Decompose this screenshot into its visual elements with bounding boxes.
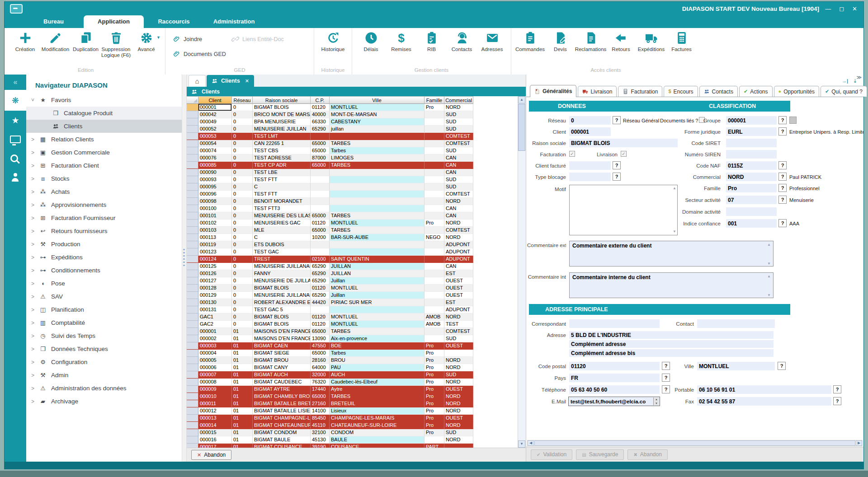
- cell-commercial[interactable]: OUEST: [444, 285, 473, 292]
- validation-button[interactable]: ✔ Validation: [531, 449, 572, 460]
- sidebar-item-catalogue-produit[interactable]: ❒Catalogue Produit: [26, 107, 182, 120]
- cell-client[interactable]: 000123: [198, 248, 232, 256]
- sidebar-item-approvisionnements[interactable]: ˃⁂Approvisionnements: [26, 198, 182, 211]
- cell-cp[interactable]: 01120: [311, 220, 330, 227]
- cell-famille[interactable]: [425, 133, 444, 140]
- cell-reseau[interactable]: 0: [232, 183, 253, 191]
- cell-famille[interactable]: [425, 212, 444, 220]
- cell-ville[interactable]: Lisieux: [330, 407, 425, 415]
- cell-commercial[interactable]: COMTEST: [444, 328, 473, 335]
- cell-client[interactable]: 000004: [198, 350, 232, 357]
- cell-cp[interactable]: [311, 133, 330, 140]
- cell-client[interactable]: 000005: [198, 357, 232, 364]
- cell-commercial[interactable]: CAN: [444, 169, 473, 176]
- chevron-right-icon[interactable]: ˃: [31, 372, 38, 379]
- cell-reseau[interactable]: 01: [232, 436, 253, 444]
- row-selector[interactable]: [187, 220, 198, 227]
- cell-ville[interactable]: [330, 133, 425, 140]
- cell-client[interactable]: 000095: [198, 183, 232, 191]
- collapse-down-icon[interactable]: ⇣: [853, 78, 857, 84]
- cell-client[interactable]: 000093: [198, 176, 232, 183]
- cell-raison-sociale[interactable]: ETS DUBOIS: [253, 241, 311, 248]
- cell-reseau[interactable]: 0: [232, 220, 253, 227]
- cell-cp[interactable]: [311, 241, 330, 248]
- client-field[interactable]: 000001: [569, 127, 611, 136]
- scroll-up-icon[interactable]: ▲: [518, 96, 525, 103]
- cell-reseau[interactable]: 0: [232, 140, 253, 147]
- cell-commercial[interactable]: [444, 350, 473, 357]
- cell-client[interactable]: GAC1: [198, 313, 232, 321]
- forme-juridique-field[interactable]: EURL: [726, 127, 777, 136]
- cell-raison-sociale[interactable]: BIGMAT CAUDEBEC: [253, 379, 311, 386]
- cell-reseau[interactable]: 01: [232, 335, 253, 342]
- ribbon-button-devis[interactable]: Devis: [545, 28, 576, 52]
- scroll-down-icon[interactable]: ▼: [518, 440, 525, 448]
- table-row[interactable]: 0000850TEST CP ADR65000TARBESCAN: [187, 162, 473, 169]
- row-selector[interactable]: [187, 444, 198, 448]
- cell-famille[interactable]: [425, 306, 444, 313]
- cell-cp[interactable]: 65000: [311, 350, 330, 357]
- fax-field[interactable]: 02 54 42 55 87: [697, 397, 831, 406]
- cell-ville[interactable]: BAR-SUR-AUBE: [330, 234, 425, 241]
- email-field[interactable]: test@test.fr,fhoubert@elcia.co ▲▼: [568, 397, 660, 406]
- cell-famille[interactable]: [425, 162, 444, 169]
- sidebar-item-conditionnements[interactable]: ˃⊶Conditionnements: [26, 264, 182, 277]
- cell-ville[interactable]: PIRIAC SUR MER: [330, 299, 425, 306]
- chevron-right-icon[interactable]: ˃: [31, 254, 38, 261]
- cell-ville[interactable]: MONTLUEL: [330, 313, 425, 321]
- row-selector[interactable]: [187, 205, 198, 212]
- cell-client[interactable]: 000119: [198, 241, 232, 248]
- cell-reseau[interactable]: 01: [232, 393, 253, 400]
- column-header-commercial[interactable]: Commercial: [444, 96, 473, 104]
- cell-commercial[interactable]: COMTEST: [444, 140, 473, 147]
- cell-client[interactable]: 000100: [198, 205, 232, 212]
- cell-raison-sociale[interactable]: MENUISERIE JUILLAN: [253, 126, 311, 133]
- table-row[interactable]: 00000201MAISONS D'EN FRANCE13090Aix-en-p…: [187, 335, 473, 342]
- cell-cp[interactable]: 65290: [311, 277, 330, 285]
- cell-cp[interactable]: 14100: [311, 407, 330, 415]
- row-selector[interactable]: [187, 335, 198, 342]
- cell-ville[interactable]: AUCH: [330, 371, 425, 379]
- chevron-right-icon[interactable]: ˃: [31, 346, 38, 352]
- scroll-down-icon[interactable]: ▼: [767, 293, 771, 297]
- pays-field[interactable]: FR: [569, 374, 660, 382]
- row-selector[interactable]: [187, 393, 198, 400]
- row-selector[interactable]: [187, 234, 198, 241]
- cell-client[interactable]: 000131: [198, 306, 232, 313]
- chevron-right-icon[interactable]: ˃: [31, 241, 38, 248]
- cell-raison-sociale[interactable]: ROBERT ALEXANDRE E: [253, 299, 311, 306]
- cell-ville[interactable]: MONTLUEL: [330, 285, 425, 292]
- cell-ville[interactable]: [330, 248, 425, 256]
- commercial-field[interactable]: NORD: [726, 173, 777, 181]
- row-selector[interactable]: [187, 364, 198, 371]
- cell-commercial[interactable]: NORD: [444, 393, 473, 400]
- cell-cp[interactable]: 10200: [311, 234, 330, 241]
- cell-ville[interactable]: CHAMPAGNE-LES-MARAIS: [330, 415, 425, 422]
- cell-cp[interactable]: 64000: [311, 364, 330, 371]
- scroll-down-icon[interactable]: ▼: [767, 262, 771, 266]
- cell-commercial[interactable]: ADUPONT: [444, 241, 473, 248]
- cell-commercial[interactable]: OUEST: [444, 277, 473, 285]
- table-row[interactable]: 0001310TEST GAC 5ADUPONT: [187, 306, 473, 313]
- cell-famille[interactable]: [425, 183, 444, 191]
- cell-commercial[interactable]: NORD: [444, 198, 473, 205]
- cell-reseau[interactable]: 0: [232, 248, 253, 256]
- cell-cp[interactable]: [311, 183, 330, 191]
- cell-famille[interactable]: [425, 263, 444, 270]
- cell-client[interactable]: 000074: [198, 147, 232, 154]
- cell-cp[interactable]: 65000: [311, 147, 330, 154]
- cell-famille[interactable]: Pro: [425, 400, 444, 407]
- cell-reseau[interactable]: 0: [232, 191, 253, 198]
- cell-famille[interactable]: [425, 328, 444, 335]
- cell-ville[interactable]: BRETEUIL: [330, 400, 425, 407]
- cell-client[interactable]: 000012: [198, 407, 232, 415]
- cell-reseau[interactable]: 01: [232, 415, 253, 422]
- cell-commercial[interactable]: OUEST: [444, 292, 473, 299]
- row-selector[interactable]: [187, 111, 198, 118]
- cell-raison-sociale[interactable]: TEST FTT: [253, 191, 311, 198]
- ribbon-button-joindre[interactable]: Joindre: [173, 35, 231, 43]
- sidebar-item-relation-clients[interactable]: ˃▦Relation Clients: [26, 133, 182, 146]
- cell-cp[interactable]: 28160: [311, 357, 330, 364]
- cell-ville[interactable]: Juillan: [330, 292, 425, 299]
- cell-cp[interactable]: 65290: [311, 270, 330, 277]
